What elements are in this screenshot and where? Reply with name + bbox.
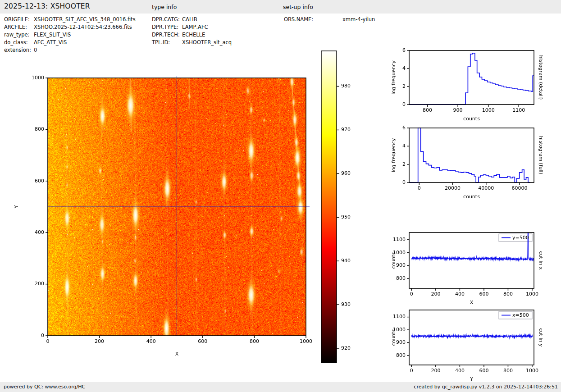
header-bar: 2025-12-13: XSHOOTER type info set-up in… xyxy=(0,0,561,14)
info-label: DPR.TECH: xyxy=(152,32,180,38)
info-label: raw_type: xyxy=(4,32,30,38)
info-value: XSHOOTER_slt_acq xyxy=(182,39,232,46)
detector-image-plot xyxy=(9,63,315,360)
info-row: extension:0 xyxy=(4,47,148,55)
info-label: extension: xyxy=(4,47,31,53)
info-label: ORIGFILE: xyxy=(4,16,30,23)
info-row: raw_type:FLEX_SLIT_VIS xyxy=(4,32,148,39)
cut-in-x-plot xyxy=(388,225,561,306)
info-row: OBS.NAME:xmm-4-yilun xyxy=(284,16,410,24)
info-label: ARCFILE: xyxy=(4,24,27,30)
footer-powered-by: powered by QC: www.eso.org/HC xyxy=(4,384,85,390)
info-row: DPR.TECH:ECHELLE xyxy=(152,32,278,39)
info-value: xmm-4-yilun xyxy=(342,16,375,23)
info-label: TPL.ID: xyxy=(152,39,170,46)
info-value: 0 xyxy=(34,47,37,53)
info-value: ECHELLE xyxy=(182,32,205,38)
info-value: FLEX_SLIT_VIS xyxy=(34,32,71,38)
page-title: 2025-12-13: XSHOOTER xyxy=(4,2,90,10)
info-row: TPL.ID:XSHOOTER_slt_acq xyxy=(152,39,278,47)
colorbar xyxy=(315,47,369,369)
info-label: DPR.TYPE: xyxy=(152,24,178,30)
section-title-type-info: type info xyxy=(152,4,177,10)
info-row: DPR.TYPE:LAMP,AFC xyxy=(152,24,278,32)
info-value: XSHOO.2025-12-14T02:54:23.666.fits xyxy=(34,24,132,30)
cut-in-y-plot xyxy=(388,303,561,383)
histogram-full-plot xyxy=(388,121,561,202)
histogram-detail-plot xyxy=(388,43,561,124)
info-value: AFC_ATT_VIS xyxy=(34,39,67,46)
info-label: DPR.CATG: xyxy=(152,16,180,23)
section-title-setup-info: set-up info xyxy=(283,4,313,10)
file-info-block: ORIGFILE:XSHOOTER_SLT_AFC_VIS_348_0016.f… xyxy=(4,16,148,55)
info-label: do_class: xyxy=(4,39,28,46)
footer-bar: powered by QC: www.eso.org/HC created by… xyxy=(0,382,561,392)
info-row: do_class:AFC_ATT_VIS xyxy=(4,39,148,47)
setup-info-block: OBS.NAME:xmm-4-yilun xyxy=(284,16,410,24)
info-value: XSHOOTER_SLT_AFC_VIS_348_0016.fits xyxy=(34,16,136,23)
info-value: LAMP,AFC xyxy=(182,24,208,30)
info-row: DPR.CATG:CALIB xyxy=(152,16,278,24)
info-row: ORIGFILE:XSHOOTER_SLT_AFC_VIS_348_0016.f… xyxy=(4,16,148,24)
info-row: ARCFILE:XSHOO.2025-12-14T02:54:23.666.fi… xyxy=(4,24,148,32)
type-info-block: DPR.CATG:CALIB DPR.TYPE:LAMP,AFC DPR.TEC… xyxy=(152,16,278,47)
footer-created-by: created by qc_rawdisp.py v1.2.3 on 2025-… xyxy=(414,384,558,390)
info-label: OBS.NAME: xyxy=(284,16,313,23)
info-value: CALIB xyxy=(182,16,197,23)
